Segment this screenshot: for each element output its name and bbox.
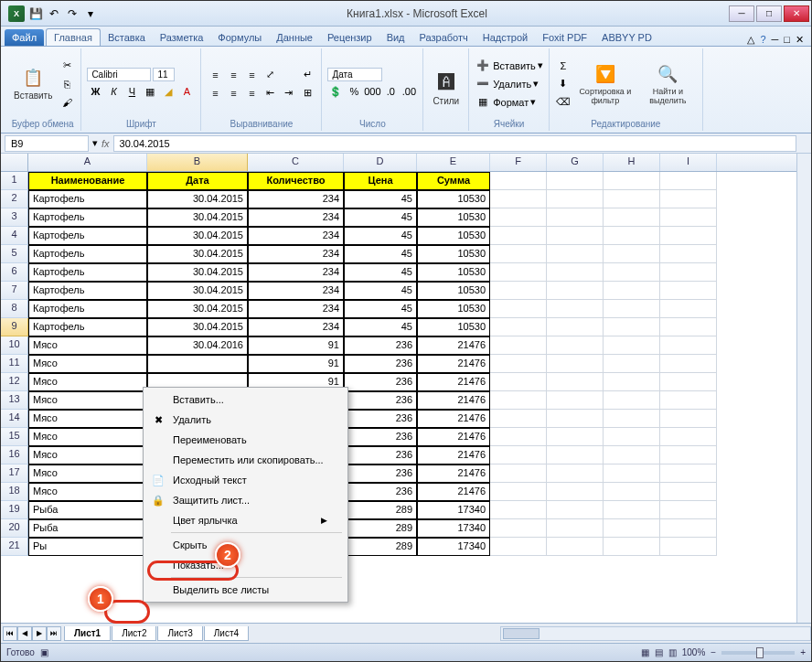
cell[interactable] (147, 355, 248, 373)
cell[interactable]: 236 (344, 483, 417, 501)
format-painter-icon[interactable]: 🖌 (59, 94, 75, 111)
sort-filter-button[interactable]: 🔽 Сортировка и фильтр (574, 61, 636, 107)
cell[interactable]: 234 (248, 263, 344, 282)
empty-cell[interactable] (547, 464, 604, 483)
cell[interactable]: 236 (344, 373, 417, 391)
row-header-11[interactable]: 11 (1, 355, 28, 373)
menu-rename[interactable]: Переименовать (145, 430, 346, 450)
empty-cell[interactable] (490, 538, 547, 556)
empty-cell[interactable] (547, 446, 604, 464)
tab-Данные[interactable]: Данные (269, 29, 320, 46)
empty-cell[interactable] (660, 263, 717, 282)
column-header-A[interactable]: A (28, 154, 147, 171)
align-center-icon[interactable]: ≡ (225, 85, 241, 101)
cell[interactable]: Картофель (28, 282, 147, 300)
row-header-4[interactable]: 4 (1, 227, 28, 245)
cell[interactable]: Рыба (28, 501, 147, 519)
merge-icon[interactable]: ⊞ (299, 85, 315, 101)
sheet-tab-Лист1[interactable]: Лист1 (64, 626, 111, 641)
cell[interactable]: Картофель (28, 245, 147, 263)
comma-icon[interactable]: 000 (364, 83, 380, 100)
tab-Формулы[interactable]: Формулы (210, 29, 269, 46)
empty-cell[interactable] (604, 428, 660, 446)
empty-cell[interactable] (490, 519, 547, 538)
save-icon[interactable]: 💾 (28, 6, 43, 21)
empty-cell[interactable] (660, 428, 717, 446)
indent-inc-icon[interactable]: ⇥ (280, 85, 296, 101)
table-header[interactable]: Сумма (417, 172, 490, 190)
styles-button[interactable]: 🅰 Стили (429, 70, 463, 108)
tab-Рецензир[interactable]: Рецензир (320, 29, 379, 46)
align-right-icon[interactable]: ≡ (243, 85, 260, 101)
empty-cell[interactable] (547, 318, 604, 336)
row-header-13[interactable]: 13 (1, 391, 28, 410)
copy-icon[interactable]: ⎘ (59, 76, 75, 92)
zoom-in-icon[interactable]: + (800, 647, 806, 657)
empty-cell[interactable] (660, 300, 717, 318)
empty-cell[interactable] (490, 208, 547, 227)
cell[interactable]: 30.04.2015 (147, 282, 248, 300)
italic-icon[interactable]: К (105, 83, 122, 100)
column-header-F[interactable]: F (490, 154, 547, 171)
cell[interactable]: Мясо (28, 464, 147, 483)
align-top-icon[interactable]: ≡ (207, 67, 223, 83)
cell[interactable]: 289 (344, 519, 417, 538)
cell[interactable]: 45 (344, 190, 417, 208)
underline-icon[interactable]: Ч (123, 83, 140, 100)
empty-cell[interactable] (604, 190, 660, 208)
empty-cell[interactable] (604, 300, 660, 318)
cell[interactable]: 21476 (417, 355, 490, 373)
align-bot-icon[interactable]: ≡ (243, 67, 260, 83)
empty-cell[interactable] (604, 263, 660, 282)
tab-Надстрой[interactable]: Надстрой (475, 29, 535, 46)
align-mid-icon[interactable]: ≡ (225, 67, 241, 83)
empty-cell[interactable] (604, 227, 660, 245)
empty-cell[interactable] (660, 446, 717, 464)
empty-cell[interactable] (490, 227, 547, 245)
empty-cell[interactable] (490, 172, 547, 190)
inc-decimal-icon[interactable]: .0 (382, 83, 399, 100)
table-header[interactable]: Цена (344, 172, 417, 190)
empty-cell[interactable] (660, 227, 717, 245)
empty-cell[interactable] (660, 208, 717, 227)
horizontal-scrollbar[interactable] (500, 626, 811, 641)
tab-Вид[interactable]: Вид (379, 29, 412, 46)
zoom-out-icon[interactable]: − (710, 647, 716, 657)
row-header-10[interactable]: 10 (1, 336, 28, 355)
empty-cell[interactable] (490, 446, 547, 464)
menu-delete[interactable]: ✖Удалить (145, 410, 346, 430)
table-header[interactable]: Дата (147, 172, 248, 190)
ribbon-minimize-icon[interactable]: △ (747, 34, 754, 46)
cell[interactable]: 45 (344, 318, 417, 336)
cell[interactable]: 10530 (417, 318, 490, 336)
cell[interactable]: 45 (344, 227, 417, 245)
empty-cell[interactable] (547, 263, 604, 282)
empty-cell[interactable] (604, 446, 660, 464)
row-header-3[interactable]: 3 (1, 208, 28, 227)
empty-cell[interactable] (490, 464, 547, 483)
empty-cell[interactable] (660, 373, 717, 391)
cell[interactable]: 45 (344, 282, 417, 300)
cell[interactable]: 289 (344, 501, 417, 519)
column-header-D[interactable]: D (344, 154, 417, 171)
wrap-text-icon[interactable]: ↵ (299, 67, 315, 83)
column-header-E[interactable]: E (417, 154, 490, 171)
cell[interactable]: Картофель (28, 300, 147, 318)
empty-cell[interactable] (660, 355, 717, 373)
empty-cell[interactable] (490, 355, 547, 373)
find-select-button[interactable]: 🔍 Найти и выделить (639, 61, 697, 107)
empty-cell[interactable] (660, 245, 717, 263)
orientation-icon[interactable]: ⤢ (262, 67, 278, 83)
empty-cell[interactable] (660, 483, 717, 501)
empty-cell[interactable] (490, 336, 547, 355)
empty-cell[interactable] (547, 245, 604, 263)
cell[interactable]: Рыба (28, 519, 147, 538)
empty-cell[interactable] (604, 208, 660, 227)
undo-icon[interactable]: ↶ (47, 6, 61, 21)
cell[interactable]: Картофель (28, 263, 147, 282)
close-button[interactable]: ✕ (784, 5, 809, 22)
cell[interactable]: 21476 (417, 373, 490, 391)
cell[interactable]: 234 (248, 190, 344, 208)
row-header-7[interactable]: 7 (1, 282, 28, 300)
cell[interactable]: 91 (248, 355, 344, 373)
